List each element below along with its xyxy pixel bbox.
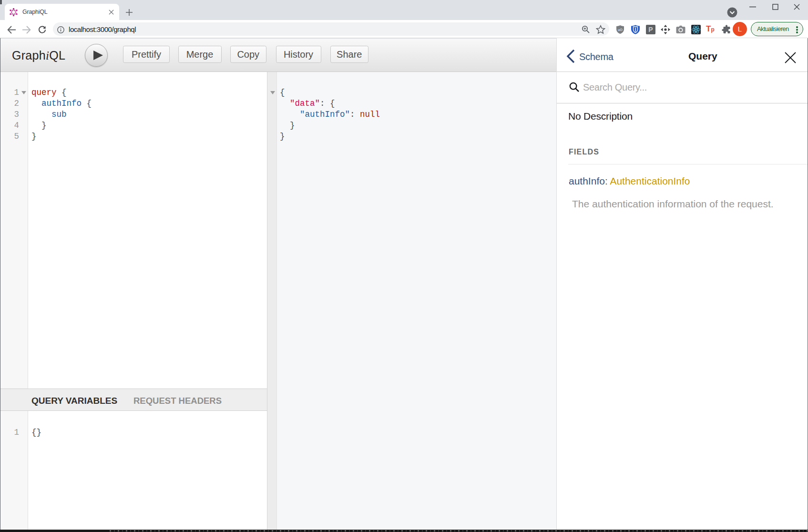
svg-text:uO: uO — [618, 28, 623, 31]
